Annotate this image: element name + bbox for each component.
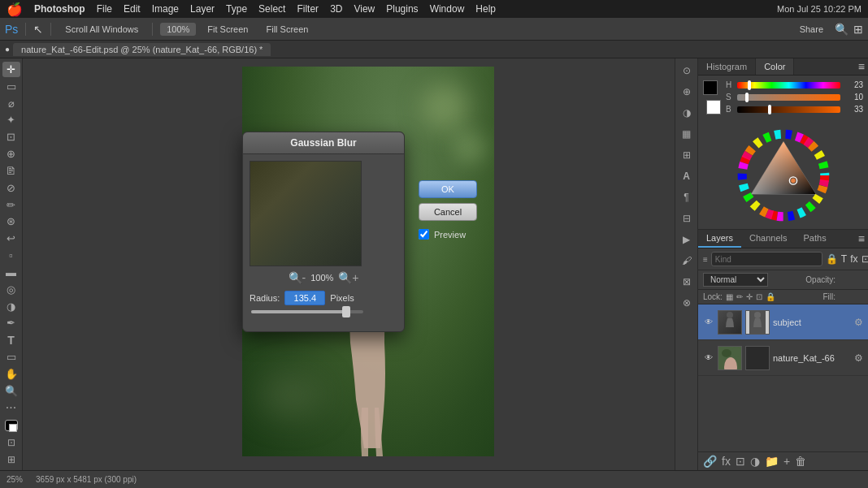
plugins-icon[interactable]: ⊞: [678, 146, 696, 164]
menu-view[interactable]: View: [354, 3, 375, 15]
delete-layer-icon[interactable]: 🗑: [795, 455, 806, 468]
radius-slider[interactable]: [251, 310, 363, 313]
quick-mask[interactable]: ⊡: [2, 434, 20, 450]
menu-filter[interactable]: Filter: [297, 3, 319, 15]
shape-tool[interactable]: ▭: [2, 349, 20, 365]
radius-slider-thumb[interactable]: [342, 306, 350, 317]
add-link-icon[interactable]: 🔗: [703, 455, 717, 468]
clone-stamp-tool[interactable]: ⊛: [2, 214, 20, 229]
lasso-tool[interactable]: ⌀: [2, 96, 20, 111]
add-layer-icon[interactable]: +: [783, 455, 790, 468]
layer-settings-icon[interactable]: ⚙: [854, 317, 863, 328]
preview-checkbox[interactable]: [419, 229, 429, 240]
menu-help[interactable]: Help: [475, 3, 496, 15]
properties-icon[interactable]: ⊕: [678, 83, 696, 101]
screen-mode[interactable]: ⊞: [2, 451, 20, 467]
menu-3d[interactable]: 3D: [330, 3, 342, 15]
tool-presets-icon[interactable]: ⊗: [678, 294, 696, 312]
history-brush-tool[interactable]: ↩: [2, 231, 20, 246]
eyedropper-tool[interactable]: 🖹: [2, 163, 20, 179]
color-tab[interactable]: Color: [756, 58, 794, 75]
histogram-tab[interactable]: Histogram: [698, 58, 756, 75]
layer-settings-icon2[interactable]: ⚙: [854, 352, 863, 364]
close-tab-icon[interactable]: ●: [5, 45, 10, 54]
more-tools[interactable]: ···: [2, 400, 20, 416]
zoom-out-icon[interactable]: 🔍-: [289, 271, 306, 284]
brushes-icon[interactable]: 🖌: [678, 252, 696, 270]
share-button[interactable]: Share: [793, 23, 830, 36]
preview-label[interactable]: Preview: [434, 230, 466, 240]
saturation-slider-track[interactable]: [737, 94, 840, 101]
radius-input[interactable]: [284, 291, 325, 305]
lock-transparent-icon[interactable]: ▦: [726, 292, 733, 301]
color-wheel[interactable]: [735, 127, 832, 224]
channels-tab[interactable]: Channels: [741, 230, 795, 248]
menu-file[interactable]: File: [97, 3, 112, 15]
layer-lock-icon[interactable]: 🔒: [826, 253, 838, 265]
move-tool[interactable]: ✛: [2, 62, 20, 77]
menu-layer[interactable]: Layer: [190, 3, 215, 15]
zoom-100-button[interactable]: 100%: [160, 23, 196, 36]
canvas-area[interactable]: Gaussian Blur 🔍- 100% 🔍+ Radius:: [23, 58, 675, 470]
blur-tool[interactable]: ◎: [2, 282, 20, 297]
lock-all-icon[interactable]: 🔒: [766, 292, 775, 301]
history-icon[interactable]: ⊙: [678, 62, 696, 80]
text-tool[interactable]: T: [2, 332, 20, 348]
lock-artboard-icon[interactable]: ⊡: [756, 292, 762, 301]
menu-type[interactable]: Type: [226, 3, 247, 15]
layer-fx-icon[interactable]: fx: [850, 253, 857, 265]
lock-image-icon[interactable]: ✏: [736, 292, 743, 301]
layer-mask-icon[interactable]: ⊡: [861, 253, 868, 265]
healing-brush-tool[interactable]: ⊘: [2, 180, 20, 196]
lock-position-icon[interactable]: ✛: [746, 292, 753, 301]
select-rect-tool[interactable]: ▭: [2, 79, 20, 94]
dodge-tool[interactable]: ◑: [2, 299, 20, 314]
gradient-tool[interactable]: ▬: [2, 265, 20, 280]
foreground-color-box[interactable]: [703, 80, 718, 95]
apple-menu[interactable]: 🍎: [7, 2, 23, 17]
arrange-icon[interactable]: ⊞: [853, 23, 863, 36]
menu-image[interactable]: Image: [152, 3, 179, 15]
scroll-all-windows-button[interactable]: Scroll All Windows: [59, 23, 145, 36]
layer-type-icon[interactable]: T: [841, 253, 847, 265]
brush-tool[interactable]: ✏: [2, 197, 20, 213]
zoom-tool[interactable]: 🔍: [2, 383, 20, 399]
layer-subject[interactable]: 👁 subject: [698, 304, 868, 340]
layers-tab[interactable]: Layers: [698, 230, 741, 248]
layer-visibility-eye[interactable]: 👁: [703, 317, 714, 328]
ok-button[interactable]: OK: [419, 180, 477, 198]
timeline-icon[interactable]: ▶: [678, 231, 696, 248]
background-color-box[interactable]: [706, 100, 721, 114]
libraries-icon[interactable]: ▦: [678, 125, 696, 143]
add-folder-icon[interactable]: 📁: [765, 455, 779, 468]
layer-nature-kat[interactable]: 👁 nature_Kat_-66 ⚙: [698, 340, 868, 376]
hand-tool[interactable]: ✋: [2, 366, 20, 382]
layer-visibility-eye2[interactable]: 👁: [703, 352, 714, 364]
blend-mode-select[interactable]: Normal: [703, 273, 768, 287]
fit-screen-button[interactable]: Fit Screen: [201, 23, 254, 36]
search-icon[interactable]: 🔍: [835, 23, 848, 36]
paths-tab[interactable]: Paths: [796, 230, 835, 248]
layers-search-input[interactable]: [711, 252, 822, 266]
foreground-color[interactable]: [5, 420, 18, 431]
fill-screen-button[interactable]: Fill Screen: [259, 23, 315, 36]
swatches-icon[interactable]: ⊟: [678, 209, 696, 227]
layers-panel-menu-icon[interactable]: ≡: [858, 232, 865, 245]
cancel-button[interactable]: Cancel: [419, 203, 477, 221]
brightness-slider-track[interactable]: [737, 106, 840, 113]
add-mask-icon[interactable]: ⊡: [736, 455, 745, 468]
menu-select[interactable]: Select: [258, 3, 285, 15]
zoom-in-icon[interactable]: 🔍+: [338, 271, 358, 284]
paragraph-icon[interactable]: ¶: [678, 188, 696, 206]
add-adjustment-icon[interactable]: ◑: [750, 455, 760, 468]
magic-wand-tool[interactable]: ✦: [2, 112, 20, 127]
document-tab[interactable]: nature_Kat_-66-Edit.psd @ 25% (nature_Ka…: [13, 43, 271, 56]
menu-plugins[interactable]: Plugins: [386, 3, 418, 15]
eraser-tool[interactable]: ▫: [2, 248, 20, 263]
measure-tool[interactable]: ⊕: [2, 146, 20, 162]
adjustments-icon[interactable]: ◑: [678, 104, 696, 122]
panel-menu-icon[interactable]: ≡: [858, 60, 865, 73]
path-tool[interactable]: ✒: [2, 315, 20, 330]
character-icon[interactable]: A: [678, 167, 696, 185]
menu-edit[interactable]: Edit: [124, 3, 141, 15]
